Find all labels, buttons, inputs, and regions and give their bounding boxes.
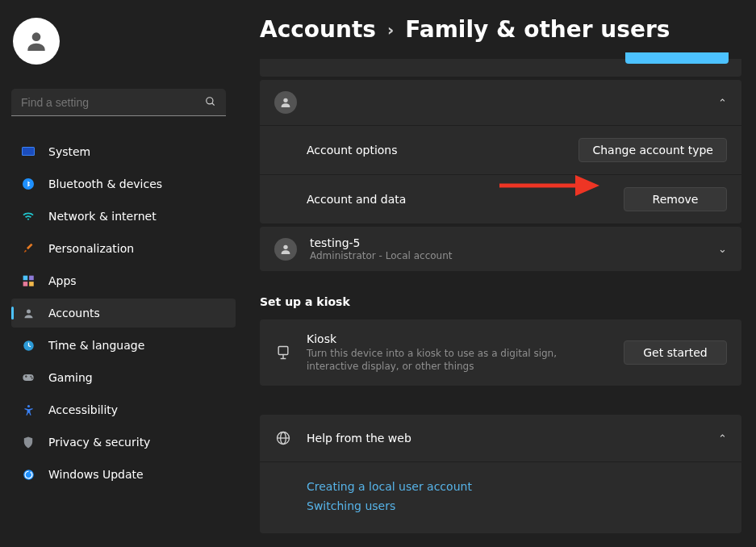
clock-icon: [21, 338, 36, 353]
user-card-header[interactable]: ⌃: [260, 80, 741, 125]
svg-point-14: [31, 378, 33, 379]
svg-point-17: [283, 98, 287, 102]
nav-item-time-language[interactable]: Time & language: [11, 331, 236, 360]
shield-icon: [21, 435, 36, 449]
search-icon: [205, 96, 216, 110]
nav-label: Windows Update: [48, 468, 144, 481]
nav-label: Privacy & security: [48, 436, 150, 449]
apps-icon: [21, 274, 36, 288]
help-link-switching-users[interactable]: Switching users: [307, 499, 727, 512]
svg-rect-7: [29, 275, 34, 280]
svg-point-15: [27, 404, 29, 407]
breadcrumb-current: Family & other users: [405, 16, 670, 43]
nav-item-gaming[interactable]: Gaming: [11, 363, 236, 392]
person-icon: [279, 243, 292, 256]
user-role: Administrator - Local account: [310, 250, 718, 261]
get-started-button[interactable]: Get started: [624, 340, 727, 365]
nav-label: Gaming: [48, 371, 93, 384]
search-box[interactable]: [11, 89, 226, 116]
nav-label: System: [48, 145, 90, 158]
svg-point-1: [207, 98, 213, 104]
system-icon: [21, 144, 36, 159]
sidebar: System Bluetooth & devices Network & int…: [0, 0, 242, 547]
nav-label: Accounts: [48, 307, 100, 319]
profile-avatar[interactable]: [13, 18, 60, 65]
svg-rect-9: [29, 282, 34, 286]
svg-line-2: [212, 103, 215, 106]
help-header[interactable]: Help from the web ⌃: [260, 415, 741, 461]
svg-rect-8: [23, 282, 27, 286]
help-card: Help from the web ⌃ Creating a local use…: [260, 415, 741, 533]
svg-point-10: [27, 309, 31, 313]
kiosk-card: Kiosk Turn this device into a kiosk to u…: [260, 319, 741, 386]
nav-item-privacy[interactable]: Privacy & security: [11, 428, 236, 457]
nav-label: Time & language: [48, 339, 144, 352]
nav-label: Network & internet: [48, 210, 157, 223]
nav-label: Accessibility: [48, 403, 118, 416]
chevron-up-icon: ⌃: [718, 97, 727, 109]
nav-item-accounts[interactable]: Accounts: [11, 299, 236, 328]
brush-icon: [21, 241, 36, 256]
chevron-down-icon: ⌄: [718, 243, 727, 255]
user-avatar-small: [274, 238, 297, 261]
kiosk-title: Kiosk: [307, 332, 624, 345]
svg-rect-21: [278, 347, 288, 355]
nav-item-windows-update[interactable]: Windows Update: [11, 460, 236, 489]
account-data-row: Account and data Remove: [260, 174, 741, 223]
globe-icon: [274, 429, 292, 447]
user-card-collapsed[interactable]: testing-5 Administrator - Local account …: [260, 227, 741, 271]
person-icon: [23, 28, 49, 54]
nav-item-system[interactable]: System: [11, 137, 236, 166]
user-avatar-small: [274, 91, 297, 114]
breadcrumb: Accounts › Family & other users: [260, 16, 741, 43]
bluetooth-icon: [21, 177, 36, 191]
account-data-label: Account and data: [307, 193, 624, 206]
help-links: Creating a local user account Switching …: [260, 461, 741, 533]
chevron-up-icon: ⌃: [718, 432, 727, 445]
gaming-icon: [21, 370, 36, 385]
nav-item-bluetooth[interactable]: Bluetooth & devices: [11, 169, 236, 198]
help-link-local-account[interactable]: Creating a local user account: [307, 480, 727, 493]
svg-point-13: [30, 376, 31, 378]
svg-rect-6: [23, 275, 27, 280]
remove-button[interactable]: Remove: [624, 187, 727, 211]
account-options-row: Account options Change account type: [260, 125, 741, 174]
kiosk-section-title: Set up a kiosk: [260, 295, 741, 308]
nav-list: System Bluetooth & devices Network & int…: [11, 137, 236, 489]
user-name: testing-5: [310, 236, 718, 249]
accessibility-icon: [21, 403, 36, 417]
nav-item-personalization[interactable]: Personalization: [11, 234, 236, 263]
main-content: Accounts › Family & other users ⌃ Accoun…: [242, 0, 756, 547]
svg-rect-4: [23, 148, 34, 155]
person-icon: [279, 96, 292, 109]
nav-label: Bluetooth & devices: [48, 177, 162, 190]
help-title: Help from the web: [307, 432, 718, 445]
change-account-type-button[interactable]: Change account type: [578, 138, 727, 162]
update-icon: [21, 467, 36, 482]
nav-item-network[interactable]: Network & internet: [11, 202, 236, 231]
wifi-icon: [21, 209, 36, 223]
user-card-expanded: ⌃ Account options Change account type Ac…: [260, 80, 741, 223]
svg-point-20: [283, 244, 287, 248]
accounts-icon: [21, 306, 36, 320]
nav-label: Apps: [48, 274, 77, 287]
nav-label: Personalization: [48, 242, 134, 255]
nav-item-apps[interactable]: Apps: [11, 266, 236, 295]
nav-item-accessibility[interactable]: Accessibility: [11, 395, 236, 424]
breadcrumb-parent[interactable]: Accounts: [260, 16, 376, 43]
kiosk-icon: [274, 344, 292, 361]
kiosk-description: Turn this device into a kiosk to use as …: [307, 347, 605, 373]
account-options-label: Account options: [307, 144, 578, 157]
chevron-right-icon: ›: [387, 20, 394, 40]
add-account-banner: [260, 59, 741, 77]
svg-point-0: [32, 32, 41, 41]
search-input[interactable]: [21, 96, 197, 109]
